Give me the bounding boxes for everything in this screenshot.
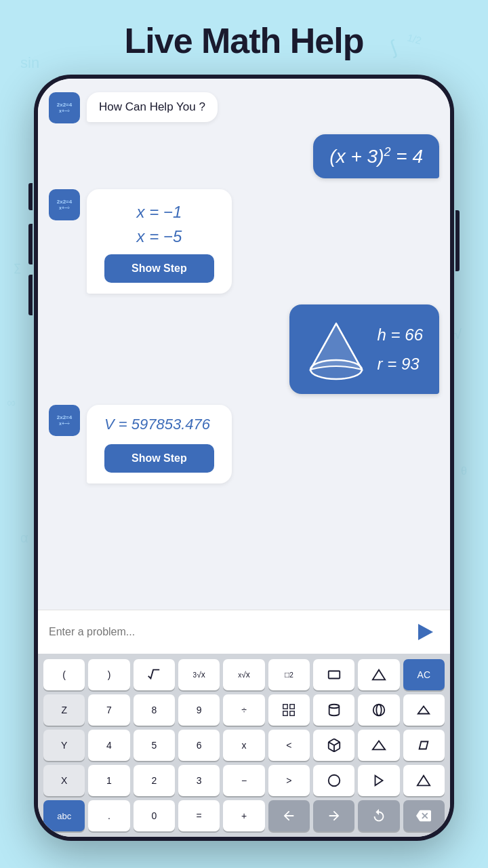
keyboard-row-1: ( ) 3√x x√x □2 AC — [43, 659, 445, 690]
bot-volume-message: 2x2=4 x+−÷ V = 597853.476 Show Step — [49, 405, 439, 484]
key-equals[interactable]: = — [178, 800, 220, 831]
greeting-text: How Can Help You ? — [99, 100, 205, 113]
send-icon — [418, 624, 433, 640]
volume-content: V = 597853.476 Show Step — [99, 413, 220, 475]
input-area — [38, 610, 450, 654]
key-tri-up[interactable] — [358, 730, 399, 761]
svg-rect-17 — [290, 705, 294, 709]
key-nrt[interactable]: x√x — [223, 659, 264, 690]
key-plus[interactable]: + — [223, 800, 264, 831]
r-value: r = 93 — [378, 349, 423, 378]
key-cube[interactable] — [313, 730, 354, 761]
user-equation-text: (x + 3)2 = 4 — [329, 145, 423, 167]
chat-area: 2x2=4 x+−÷ How Can Help You ? (x + 3)2 =… — [38, 79, 450, 610]
show-step-button-2[interactable]: Show Step — [104, 444, 214, 473]
show-step-button-1[interactable]: Show Step — [104, 254, 214, 283]
key-multiply[interactable]: x — [223, 730, 264, 761]
bot-avatar-2: 2x2=4 x+−÷ — [49, 189, 80, 220]
key-9[interactable]: 9 — [178, 694, 220, 726]
app-title: Live Math Help — [125, 20, 364, 61]
user-cone-bubble: h = 66 r = 93 — [289, 304, 439, 394]
keyboard-row-3: Y 4 5 6 x < — [43, 730, 445, 761]
key-square[interactable]: □2 — [268, 659, 310, 690]
key-backspace[interactable] — [403, 800, 445, 831]
svg-text:∫: ∫ — [386, 36, 401, 58]
key-y[interactable]: Y — [43, 730, 85, 761]
key-2[interactable]: 2 — [134, 765, 175, 796]
volume-down-button — [28, 224, 33, 264]
key-right-arrow[interactable] — [313, 800, 354, 831]
key-1[interactable]: 1 — [88, 765, 129, 796]
volume-equation: V = 597853.476 — [104, 416, 214, 433]
solution-content: x = −1 x = −5 Show Step — [99, 197, 220, 285]
key-left-arrow[interactable] — [268, 800, 310, 831]
greeting-bubble: How Can Help You ? — [87, 92, 218, 122]
silent-button — [28, 275, 33, 315]
math-keyboard: ( ) 3√x x√x □2 AC Z — [38, 654, 450, 837]
user-cone-message: h = 66 r = 93 — [49, 304, 439, 394]
bot-avatar: 2x2=4 x+−÷ — [49, 92, 80, 123]
svg-text:√: √ — [454, 327, 462, 342]
key-arrow-tri[interactable] — [358, 765, 399, 796]
key-circle[interactable] — [313, 765, 354, 796]
solution-eq-1: x = −1 — [137, 200, 182, 224]
key-minus[interactable]: − — [223, 765, 264, 796]
svg-point-20 — [329, 705, 339, 709]
greeting-message: 2x2=4 x+−÷ How Can Help You ? — [49, 92, 439, 123]
key-0[interactable]: 0 — [134, 800, 175, 831]
key-z[interactable]: Z — [43, 694, 85, 726]
key-parallelogram[interactable] — [403, 730, 445, 761]
key-6[interactable]: 6 — [178, 730, 220, 761]
user-equation-message: (x + 3)2 = 4 — [49, 134, 439, 178]
key-abc[interactable]: abc — [43, 800, 85, 831]
bot-solution-message: 2x2=4 x+−÷ x = −1 x = −5 Show Step — [49, 189, 439, 294]
cone-icon — [306, 315, 367, 383]
cone-content: h = 66 r = 93 — [306, 315, 423, 383]
svg-point-21 — [373, 705, 385, 716]
svg-text:1/2: 1/2 — [406, 31, 423, 46]
key-greater-than[interactable]: > — [268, 765, 310, 796]
svg-rect-16 — [283, 705, 287, 709]
key-7[interactable]: 7 — [88, 694, 129, 726]
phone-screen: 2x2=4 x+−÷ How Can Help You ? (x + 3)2 =… — [38, 79, 450, 837]
volume-bubble: V = 597853.476 Show Step — [87, 405, 232, 484]
keyboard-row-4: X 1 2 3 − > — [43, 765, 445, 796]
key-triangle-outline[interactable] — [358, 659, 399, 690]
keyboard-row-2: Z 7 8 9 ÷ — [43, 694, 445, 726]
key-5[interactable]: 5 — [134, 730, 175, 761]
bot-avatar-3: 2x2=4 x+−÷ — [49, 405, 80, 436]
key-less-than[interactable]: < — [268, 730, 310, 761]
svg-text:∑: ∑ — [14, 262, 21, 274]
key-tri-outline[interactable] — [403, 765, 445, 796]
svg-point-22 — [376, 705, 381, 716]
key-triangle-flat[interactable] — [403, 694, 445, 726]
volume-up-button — [28, 183, 33, 210]
problem-input[interactable] — [49, 626, 405, 638]
key-divide[interactable]: ÷ — [223, 694, 264, 726]
key-sphere[interactable] — [358, 694, 399, 726]
svg-text:∞: ∞ — [7, 396, 16, 410]
send-button[interactable] — [412, 618, 439, 646]
key-ac[interactable]: AC — [403, 659, 445, 690]
svg-rect-18 — [283, 711, 287, 715]
key-cbrt[interactable]: 3√x — [178, 659, 220, 690]
svg-rect-15 — [328, 671, 340, 679]
key-close-paren[interactable]: ) — [88, 659, 129, 690]
key-sqrt[interactable] — [134, 659, 175, 690]
key-dot[interactable]: . — [88, 800, 129, 831]
key-x[interactable]: X — [43, 765, 85, 796]
key-cylinder[interactable] — [313, 694, 354, 726]
power-button — [455, 210, 460, 271]
key-rectangle[interactable] — [313, 659, 354, 690]
key-4[interactable]: 4 — [88, 730, 129, 761]
key-3[interactable]: 3 — [178, 765, 220, 796]
keyboard-row-5: abc . 0 = + — [43, 800, 445, 831]
key-reset[interactable] — [358, 800, 399, 831]
solution-bubble: x = −1 x = −5 Show Step — [87, 189, 232, 294]
key-open-paren[interactable]: ( — [43, 659, 85, 690]
phone-frame: 2x2=4 x+−÷ How Can Help You ? (x + 3)2 =… — [34, 75, 454, 841]
user-equation-bubble: (x + 3)2 = 4 — [313, 134, 439, 178]
key-matrix[interactable] — [268, 694, 310, 726]
key-8[interactable]: 8 — [134, 694, 175, 726]
svg-point-24 — [328, 775, 340, 787]
